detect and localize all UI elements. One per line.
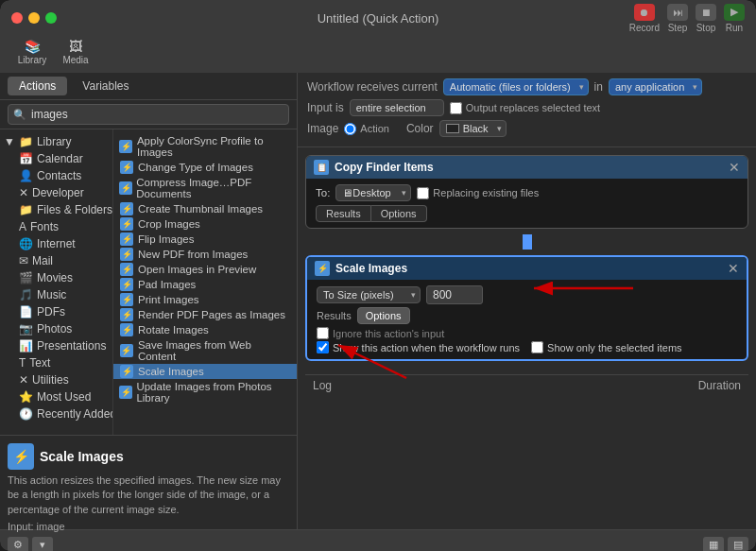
close-button[interactable] bbox=[11, 12, 23, 24]
stop-button[interactable]: ⏹ Stop bbox=[696, 4, 716, 33]
image-action-radio[interactable]: Action bbox=[344, 123, 389, 135]
action-item[interactable]: ⚡ Flip Images bbox=[113, 232, 297, 247]
to-label: To: bbox=[316, 187, 330, 198]
chevron-down-icon[interactable]: ▾ bbox=[32, 537, 53, 552]
scale-images-title: Scale Images bbox=[335, 262, 407, 275]
library-tree: ▼ 📁 Library 📅Calendar 👤Contacts ✕Develop… bbox=[0, 129, 113, 435]
desc-text: This action resizes the specified images… bbox=[8, 474, 289, 517]
left-panel: Actions Variables 🔍 ▼ 📁 Library bbox=[0, 73, 298, 529]
ignore-row: Ignore this action's input bbox=[317, 327, 737, 339]
action-item[interactable]: ⚡ Rotate Images bbox=[113, 322, 297, 337]
copy-finder-close[interactable]: ✕ bbox=[729, 160, 740, 175]
folder-icon: 📁 bbox=[19, 135, 33, 148]
media-button[interactable]: 🖼 Media bbox=[55, 36, 96, 67]
show-row: Show this action when the workflow runs … bbox=[317, 341, 737, 353]
action-item[interactable]: ⚡ Compress Image…PDF Documents bbox=[113, 175, 297, 201]
action-item-scale[interactable]: ⚡ Scale Images bbox=[113, 364, 297, 379]
tab-actions[interactable]: Actions bbox=[8, 77, 67, 95]
library-item[interactable]: ▼ 📁 Library bbox=[0, 133, 112, 150]
show-workflow-checkbox[interactable] bbox=[317, 341, 329, 353]
workflow-body: 📋 Copy Finder Items ✕ To: 🖥 Desktop bbox=[298, 147, 756, 529]
tree-item-mostused[interactable]: ⭐Most Used bbox=[0, 388, 112, 405]
pixel-input[interactable] bbox=[426, 285, 483, 304]
replacing-checkbox[interactable] bbox=[417, 187, 429, 199]
color-dropdown[interactable]: Black bbox=[439, 120, 507, 137]
output-replaces-checkbox[interactable] bbox=[450, 102, 462, 114]
window-title: Untitled (Quick Action) bbox=[318, 11, 439, 26]
scale-images-body: To Size (pixels) Results Options Ignore … bbox=[307, 280, 747, 359]
scale-mode-dropdown[interactable]: To Size (pixels) bbox=[317, 286, 421, 303]
replacing-label[interactable]: Replacing existing files bbox=[417, 187, 539, 199]
lib-media-bar: 📚 Library 🖼 Media bbox=[0, 36, 756, 73]
application-dropdown[interactable]: any application bbox=[609, 78, 702, 95]
minimize-button[interactable] bbox=[28, 12, 40, 24]
ignore-checkbox[interactable] bbox=[317, 327, 329, 339]
log-panel: Log Duration bbox=[305, 374, 748, 422]
settings-button[interactable]: ⚙ bbox=[8, 537, 28, 552]
tree-item-presentations[interactable]: 📊Presentations bbox=[0, 337, 112, 354]
search-icon: 🔍 bbox=[13, 109, 26, 121]
tab-options[interactable]: Options bbox=[371, 205, 427, 222]
tab-variables[interactable]: Variables bbox=[71, 77, 140, 95]
log-label: Log bbox=[313, 379, 675, 392]
action-item[interactable]: ⚡ Pad Images bbox=[113, 277, 297, 292]
action-item[interactable]: ⚡ Crop Images bbox=[113, 216, 297, 232]
input-is-label: Input is bbox=[307, 101, 344, 114]
scale-images-close[interactable]: ✕ bbox=[728, 261, 739, 276]
receives-label: Workflow receives current bbox=[307, 80, 438, 94]
action-item[interactable]: ⚡ New PDF from Images bbox=[113, 247, 297, 262]
tree-item-contacts[interactable]: 👤Contacts bbox=[0, 167, 112, 184]
copy-finder-title: Copy Finder Items bbox=[335, 161, 434, 174]
copy-finder-icon: 📋 bbox=[314, 160, 329, 175]
show-workflow-label: Show this action when the workflow runs bbox=[333, 342, 520, 353]
bottom-left: ⚙ ▾ bbox=[8, 537, 53, 552]
actions-list: ⚡ Apply ColorSync Profile to Images ⚡ Ch… bbox=[113, 129, 297, 435]
options-button[interactable]: Options bbox=[357, 307, 410, 324]
step-button[interactable]: ⏭ Step bbox=[667, 4, 688, 33]
tree-item-text[interactable]: TText bbox=[0, 354, 112, 371]
tree-item-mail[interactable]: ✉Mail bbox=[0, 252, 112, 269]
tree-item-music[interactable]: 🎵Music bbox=[0, 286, 112, 303]
tree-item-calendar[interactable]: 📅Calendar bbox=[0, 150, 112, 167]
grid-view-button[interactable]: ▦ bbox=[703, 537, 724, 552]
copy-finder-header: 📋 Copy Finder Items ✕ bbox=[306, 156, 747, 179]
tree-item-fonts[interactable]: AFonts bbox=[0, 218, 112, 235]
tree-item-movies[interactable]: 🎬Movies bbox=[0, 269, 112, 286]
tree-item-utilities[interactable]: ✕Utilities bbox=[0, 371, 112, 388]
action-item[interactable]: ⚡ Save Images from Web Content bbox=[113, 337, 297, 364]
search-input[interactable] bbox=[8, 104, 289, 125]
maximize-button[interactable] bbox=[45, 12, 57, 24]
record-button[interactable]: ⏺ Record bbox=[629, 4, 660, 33]
tree-item-photos[interactable]: 📷Photos bbox=[0, 320, 112, 337]
tree-item-files[interactable]: 📁Files & Folders bbox=[0, 201, 112, 218]
desc-title: Scale Images bbox=[40, 449, 124, 464]
toolbar-right: ⏺ Record ⏭ Step ⏹ Stop ▶ Run bbox=[629, 4, 745, 33]
library-button[interactable]: 📚 Library bbox=[11, 36, 53, 67]
tree-item-pdfs[interactable]: 📄PDFs bbox=[0, 303, 112, 320]
action-item[interactable]: ⚡ Apply ColorSync Profile to Images bbox=[113, 133, 297, 160]
output-replaces-label[interactable]: Output replaces selected text bbox=[450, 102, 600, 114]
in-label: in bbox=[594, 80, 603, 94]
scale-images-card: ⚡ Scale Images ✕ To Size (pixels) bbox=[305, 255, 748, 361]
action-item[interactable]: ⚡ Create Thumbnail Images bbox=[113, 201, 297, 216]
tree-item-recent[interactable]: 🕐Recently Added bbox=[0, 405, 112, 422]
right-panel: Workflow receives current Automatic (fil… bbox=[298, 73, 756, 529]
action-item[interactable]: ⚡ Change Type of Images bbox=[113, 160, 297, 175]
list-view-button[interactable]: ▤ bbox=[728, 537, 748, 552]
copy-finder-card: 📋 Copy Finder Items ✕ To: 🖥 Desktop bbox=[305, 155, 748, 229]
to-dropdown[interactable]: 🖥 Desktop bbox=[335, 184, 411, 201]
action-item[interactable]: ⚡ Update Images from Photos Library bbox=[113, 379, 297, 405]
action-item[interactable]: ⚡ Render PDF Pages as Images bbox=[113, 307, 297, 322]
run-button[interactable]: ▶ Run bbox=[724, 4, 745, 33]
action-item[interactable]: ⚡ Open Images in Preview bbox=[113, 262, 297, 277]
titlebar: Untitled (Quick Action) ⏺ Record ⏭ Step … bbox=[0, 0, 756, 36]
receives-dropdown[interactable]: Automatic (files or folders) bbox=[443, 78, 589, 95]
action-item[interactable]: ⚡ Print Images bbox=[113, 292, 297, 307]
tab-results[interactable]: Results bbox=[316, 205, 371, 222]
tree-item-developer[interactable]: ✕Developer bbox=[0, 184, 112, 201]
desc-icon: ⚡ bbox=[8, 443, 34, 470]
show-selected-checkbox[interactable] bbox=[531, 341, 543, 353]
copy-finder-body: To: 🖥 Desktop Replacing existing files bbox=[306, 179, 747, 228]
desc-input: Input: image bbox=[8, 521, 289, 532]
tree-item-internet[interactable]: 🌐Internet bbox=[0, 235, 112, 252]
